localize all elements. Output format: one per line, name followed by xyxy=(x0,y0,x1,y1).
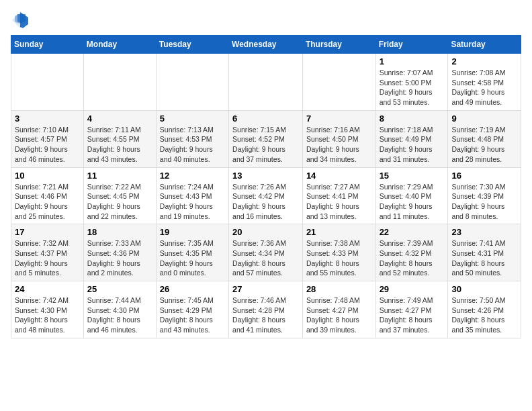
day-number: 14 xyxy=(306,171,372,181)
day-number: 8 xyxy=(380,113,445,124)
day-number: 23 xyxy=(451,227,517,237)
day-info: Sunrise: 7:38 AM Sunset: 4:33 PM Dayligh… xyxy=(306,238,372,278)
calendar-cell: 9Sunrise: 7:19 AM Sunset: 4:48 PM Daylig… xyxy=(448,110,521,167)
day-info: Sunrise: 7:41 AM Sunset: 4:31 PM Dayligh… xyxy=(451,238,517,278)
header-wednesday: Wednesday xyxy=(229,36,303,54)
calendar-header-row: SundayMondayTuesdayWednesdayThursdayFrid… xyxy=(11,36,521,54)
day-info: Sunrise: 7:07 AM Sunset: 5:00 PM Dayligh… xyxy=(380,68,445,107)
calendar-cell: 3Sunrise: 7:10 AM Sunset: 4:57 PM Daylig… xyxy=(11,110,84,167)
day-info: Sunrise: 7:39 AM Sunset: 4:32 PM Dayligh… xyxy=(380,238,445,278)
calendar-cell: 22Sunrise: 7:39 AM Sunset: 4:32 PM Dayli… xyxy=(375,224,448,281)
day-number: 30 xyxy=(451,284,517,294)
header-sunday: Sunday xyxy=(11,36,84,54)
header-monday: Monday xyxy=(83,36,156,54)
day-info: Sunrise: 7:42 AM Sunset: 4:30 PM Dayligh… xyxy=(15,295,80,335)
day-info: Sunrise: 7:36 AM Sunset: 4:34 PM Dayligh… xyxy=(232,238,299,278)
calendar-cell xyxy=(11,54,84,111)
calendar-cell: 8Sunrise: 7:18 AM Sunset: 4:49 PM Daylig… xyxy=(375,110,448,167)
calendar-cell: 2Sunrise: 7:08 AM Sunset: 4:58 PM Daylig… xyxy=(448,54,521,111)
day-info: Sunrise: 7:16 AM Sunset: 4:50 PM Dayligh… xyxy=(306,125,372,165)
day-info: Sunrise: 7:35 AM Sunset: 4:35 PM Dayligh… xyxy=(160,238,225,278)
day-info: Sunrise: 7:18 AM Sunset: 4:49 PM Dayligh… xyxy=(380,125,445,165)
day-number: 18 xyxy=(87,227,152,237)
day-number: 1 xyxy=(380,56,445,66)
logo-icon xyxy=(11,11,30,30)
day-info: Sunrise: 7:44 AM Sunset: 4:30 PM Dayligh… xyxy=(87,295,152,335)
logo xyxy=(11,11,32,30)
calendar-cell: 25Sunrise: 7:44 AM Sunset: 4:30 PM Dayli… xyxy=(83,281,156,338)
day-number: 28 xyxy=(306,284,372,294)
day-number: 19 xyxy=(160,227,225,237)
calendar-cell: 16Sunrise: 7:30 AM Sunset: 4:39 PM Dayli… xyxy=(448,167,521,224)
calendar-cell: 7Sunrise: 7:16 AM Sunset: 4:50 PM Daylig… xyxy=(302,110,375,167)
calendar-cell: 20Sunrise: 7:36 AM Sunset: 4:34 PM Dayli… xyxy=(229,224,303,281)
calendar-cell: 12Sunrise: 7:24 AM Sunset: 4:43 PM Dayli… xyxy=(156,167,228,224)
calendar-cell xyxy=(156,54,228,111)
calendar-cell xyxy=(83,54,156,111)
calendar-cell xyxy=(229,54,303,111)
day-info: Sunrise: 7:30 AM Sunset: 4:39 PM Dayligh… xyxy=(451,182,517,222)
day-number: 13 xyxy=(232,171,299,181)
calendar-week-1: 3Sunrise: 7:10 AM Sunset: 4:57 PM Daylig… xyxy=(11,110,521,167)
day-info: Sunrise: 7:13 AM Sunset: 4:53 PM Dayligh… xyxy=(160,125,225,165)
calendar-cell: 18Sunrise: 7:33 AM Sunset: 4:36 PM Dayli… xyxy=(83,224,156,281)
day-info: Sunrise: 7:46 AM Sunset: 4:28 PM Dayligh… xyxy=(232,295,299,335)
calendar-week-3: 17Sunrise: 7:32 AM Sunset: 4:37 PM Dayli… xyxy=(11,224,521,281)
day-info: Sunrise: 7:29 AM Sunset: 4:40 PM Dayligh… xyxy=(380,182,445,222)
calendar-table: SundayMondayTuesdayWednesdayThursdayFrid… xyxy=(11,35,521,338)
day-number: 21 xyxy=(306,227,372,237)
calendar-week-4: 24Sunrise: 7:42 AM Sunset: 4:30 PM Dayli… xyxy=(11,281,521,338)
calendar-cell: 21Sunrise: 7:38 AM Sunset: 4:33 PM Dayli… xyxy=(302,224,375,281)
day-info: Sunrise: 7:45 AM Sunset: 4:29 PM Dayligh… xyxy=(160,295,225,335)
day-number: 29 xyxy=(380,284,445,294)
day-number: 20 xyxy=(232,227,299,237)
day-number: 17 xyxy=(15,227,80,237)
calendar-week-0: 1Sunrise: 7:07 AM Sunset: 5:00 PM Daylig… xyxy=(11,54,521,111)
calendar-cell: 13Sunrise: 7:26 AM Sunset: 4:42 PM Dayli… xyxy=(229,167,303,224)
day-info: Sunrise: 7:48 AM Sunset: 4:27 PM Dayligh… xyxy=(306,295,372,335)
day-number: 6 xyxy=(232,113,299,124)
calendar-cell: 11Sunrise: 7:22 AM Sunset: 4:45 PM Dayli… xyxy=(83,167,156,224)
calendar-cell: 19Sunrise: 7:35 AM Sunset: 4:35 PM Dayli… xyxy=(156,224,228,281)
day-number: 4 xyxy=(87,113,152,124)
calendar-cell: 10Sunrise: 7:21 AM Sunset: 4:46 PM Dayli… xyxy=(11,167,84,224)
day-info: Sunrise: 7:19 AM Sunset: 4:48 PM Dayligh… xyxy=(451,125,517,165)
calendar-cell: 27Sunrise: 7:46 AM Sunset: 4:28 PM Dayli… xyxy=(229,281,303,338)
day-info: Sunrise: 7:50 AM Sunset: 4:26 PM Dayligh… xyxy=(451,295,517,335)
calendar-cell: 15Sunrise: 7:29 AM Sunset: 4:40 PM Dayli… xyxy=(375,167,448,224)
calendar-cell: 24Sunrise: 7:42 AM Sunset: 4:30 PM Dayli… xyxy=(11,281,84,338)
header-thursday: Thursday xyxy=(302,36,375,54)
day-info: Sunrise: 7:26 AM Sunset: 4:42 PM Dayligh… xyxy=(232,182,299,222)
day-number: 3 xyxy=(15,113,80,124)
day-info: Sunrise: 7:08 AM Sunset: 4:58 PM Dayligh… xyxy=(451,68,517,107)
day-number: 16 xyxy=(451,171,517,181)
day-info: Sunrise: 7:15 AM Sunset: 4:52 PM Dayligh… xyxy=(232,125,299,165)
calendar-cell: 30Sunrise: 7:50 AM Sunset: 4:26 PM Dayli… xyxy=(448,281,521,338)
page-header xyxy=(11,11,521,30)
day-info: Sunrise: 7:24 AM Sunset: 4:43 PM Dayligh… xyxy=(160,182,225,222)
day-info: Sunrise: 7:32 AM Sunset: 4:37 PM Dayligh… xyxy=(15,238,80,278)
calendar-cell: 17Sunrise: 7:32 AM Sunset: 4:37 PM Dayli… xyxy=(11,224,84,281)
day-number: 27 xyxy=(232,284,299,294)
day-info: Sunrise: 7:10 AM Sunset: 4:57 PM Dayligh… xyxy=(15,125,80,165)
day-info: Sunrise: 7:33 AM Sunset: 4:36 PM Dayligh… xyxy=(87,238,152,278)
day-info: Sunrise: 7:11 AM Sunset: 4:55 PM Dayligh… xyxy=(87,125,152,165)
calendar-cell xyxy=(302,54,375,111)
calendar-cell: 14Sunrise: 7:27 AM Sunset: 4:41 PM Dayli… xyxy=(302,167,375,224)
day-number: 25 xyxy=(87,284,152,294)
header-saturday: Saturday xyxy=(448,36,521,54)
calendar-week-2: 10Sunrise: 7:21 AM Sunset: 4:46 PM Dayli… xyxy=(11,167,521,224)
calendar-cell: 5Sunrise: 7:13 AM Sunset: 4:53 PM Daylig… xyxy=(156,110,228,167)
day-number: 12 xyxy=(160,171,225,181)
day-number: 26 xyxy=(160,284,225,294)
calendar-cell: 1Sunrise: 7:07 AM Sunset: 5:00 PM Daylig… xyxy=(375,54,448,111)
calendar-cell: 23Sunrise: 7:41 AM Sunset: 4:31 PM Dayli… xyxy=(448,224,521,281)
day-info: Sunrise: 7:27 AM Sunset: 4:41 PM Dayligh… xyxy=(306,182,372,222)
day-number: 11 xyxy=(87,171,152,181)
header-friday: Friday xyxy=(375,36,448,54)
day-number: 15 xyxy=(380,171,445,181)
day-number: 24 xyxy=(15,284,80,294)
calendar-cell: 28Sunrise: 7:48 AM Sunset: 4:27 PM Dayli… xyxy=(302,281,375,338)
day-number: 22 xyxy=(380,227,445,237)
day-number: 5 xyxy=(160,113,225,124)
